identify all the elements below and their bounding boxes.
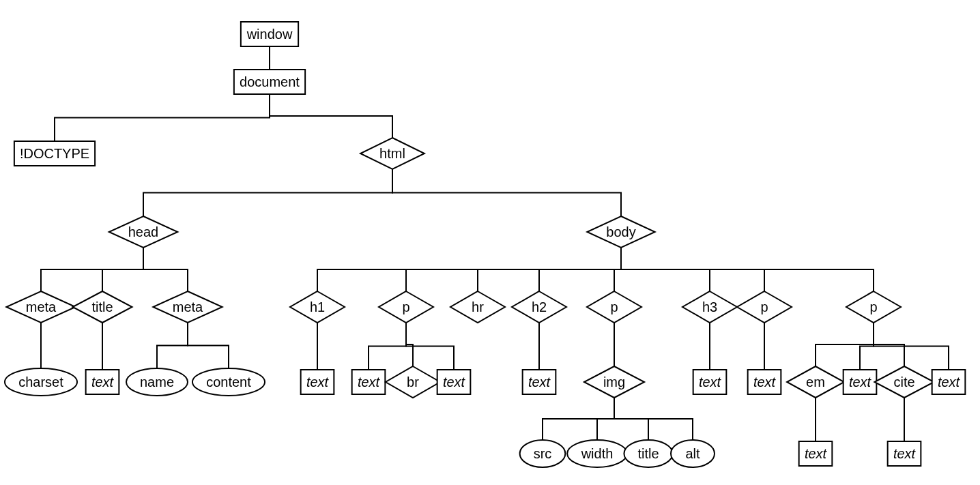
edge bbox=[621, 248, 874, 291]
node-h3text: text bbox=[693, 370, 727, 394]
node-meta1: meta bbox=[6, 291, 75, 323]
node-label: window bbox=[246, 27, 293, 42]
node-p4: p bbox=[846, 291, 901, 323]
node-label: src bbox=[534, 446, 552, 461]
node-h1: h1 bbox=[290, 291, 345, 323]
node-p2: p bbox=[587, 291, 642, 323]
node-hr: hr bbox=[450, 291, 505, 323]
node-h2text: text bbox=[523, 370, 556, 394]
node-label: body bbox=[606, 224, 635, 239]
node-window: window bbox=[241, 22, 298, 46]
node-titletext: text bbox=[86, 370, 119, 394]
node-label: h1 bbox=[310, 299, 325, 314]
edge bbox=[392, 169, 621, 216]
nodes: windowdocument!DOCTYPEhtmlheadbodymetati… bbox=[5, 22, 965, 467]
node-charset: charset bbox=[5, 368, 77, 396]
node-p3text: text bbox=[748, 370, 781, 394]
node-citetext: text bbox=[888, 441, 921, 466]
node-label: width bbox=[581, 446, 614, 461]
node-label: h3 bbox=[702, 299, 717, 314]
node-label: em bbox=[806, 374, 825, 390]
node-label: text bbox=[528, 374, 551, 390]
node-src: src bbox=[520, 440, 566, 467]
node-label: br bbox=[407, 374, 419, 390]
node-label: meta bbox=[173, 299, 203, 314]
node-title: title bbox=[72, 291, 132, 323]
node-alt: alt bbox=[671, 440, 715, 467]
node-p3: p bbox=[737, 291, 792, 323]
node-p1textA: text bbox=[352, 370, 386, 394]
edge bbox=[406, 323, 413, 366]
node-html: html bbox=[360, 138, 424, 169]
node-p4textB: text bbox=[932, 370, 966, 394]
edge bbox=[597, 398, 614, 440]
node-content: content bbox=[192, 368, 265, 396]
edge bbox=[55, 94, 270, 141]
node-label: head bbox=[128, 224, 159, 239]
node-label: p bbox=[402, 299, 409, 314]
edge bbox=[270, 94, 392, 138]
node-label: title bbox=[637, 446, 659, 461]
node-label: hr bbox=[472, 299, 484, 314]
node-label: text bbox=[358, 374, 381, 390]
node-imgtitle: title bbox=[624, 440, 672, 467]
edge bbox=[874, 323, 904, 366]
node-h3: h3 bbox=[682, 291, 737, 323]
node-label: text bbox=[443, 374, 466, 390]
edge bbox=[539, 248, 621, 291]
node-label: meta bbox=[26, 299, 57, 314]
node-h1text: text bbox=[301, 370, 334, 394]
node-label: text bbox=[753, 374, 777, 390]
node-label: alt bbox=[685, 446, 700, 461]
node-label: title bbox=[91, 299, 113, 314]
node-label: p bbox=[869, 299, 877, 314]
edge bbox=[102, 248, 143, 291]
node-label: charset bbox=[18, 374, 63, 390]
node-p4textA: text bbox=[844, 370, 877, 394]
edge bbox=[369, 323, 406, 370]
node-p1textB: text bbox=[437, 370, 471, 394]
node-cite: cite bbox=[874, 366, 934, 398]
edge bbox=[188, 323, 229, 368]
node-label: h2 bbox=[532, 299, 547, 314]
node-label: text bbox=[91, 374, 115, 390]
node-width: width bbox=[567, 440, 627, 467]
node-label: text bbox=[938, 374, 961, 390]
node-label: text bbox=[893, 446, 917, 461]
node-p1: p bbox=[379, 291, 433, 323]
node-label: document bbox=[240, 74, 300, 89]
node-document: document bbox=[234, 70, 305, 94]
edge bbox=[143, 248, 188, 291]
node-label: cite bbox=[893, 374, 914, 390]
node-meta2: meta bbox=[153, 291, 222, 323]
node-img: img bbox=[584, 366, 644, 398]
edge bbox=[860, 323, 874, 370]
node-label: name bbox=[140, 374, 174, 390]
node-label: !DOCTYPE bbox=[20, 146, 89, 161]
node-label: html bbox=[379, 146, 405, 161]
node-label: text bbox=[849, 374, 872, 390]
node-emtext: text bbox=[799, 441, 833, 466]
node-name: name bbox=[126, 368, 188, 396]
node-body: body bbox=[587, 216, 654, 248]
node-label: img bbox=[603, 374, 625, 390]
node-label: text bbox=[306, 374, 330, 390]
edge bbox=[157, 323, 188, 368]
node-em: em bbox=[787, 366, 844, 398]
node-label: text bbox=[699, 374, 722, 390]
edge bbox=[816, 323, 874, 366]
edge bbox=[874, 323, 949, 370]
node-br: br bbox=[386, 366, 440, 398]
node-doctype: !DOCTYPE bbox=[14, 141, 95, 166]
node-head: head bbox=[109, 216, 178, 248]
node-label: p bbox=[610, 299, 618, 314]
node-label: content bbox=[206, 374, 251, 390]
edge bbox=[614, 248, 621, 291]
node-h2: h2 bbox=[512, 291, 566, 323]
node-label: text bbox=[805, 446, 828, 461]
node-label: p bbox=[760, 299, 768, 314]
edge bbox=[143, 169, 392, 216]
dom-tree-diagram: windowdocument!DOCTYPEhtmlheadbodymetati… bbox=[0, 0, 980, 485]
edge bbox=[614, 398, 693, 440]
